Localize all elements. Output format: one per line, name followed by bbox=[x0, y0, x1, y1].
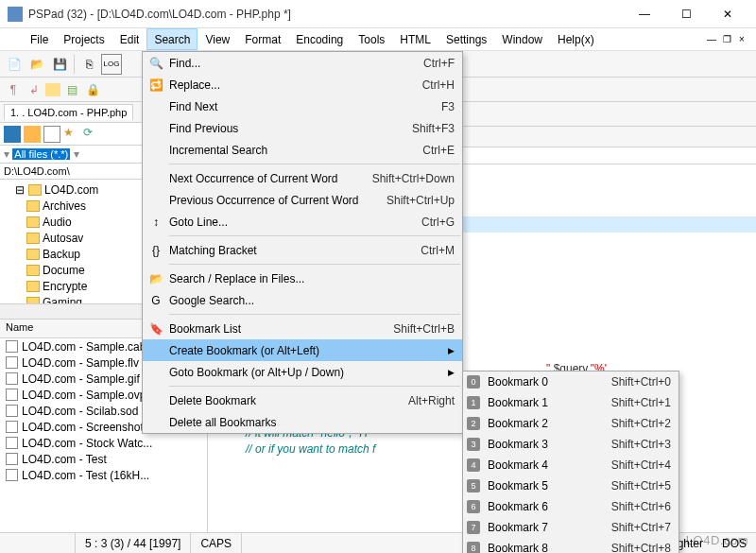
submenu-item[interactable]: 0Bookmark 0Shift+Ctrl+0 bbox=[463, 372, 679, 392]
menu-item[interactable]: Next Occurrence of Current WordShift+Ctr… bbox=[143, 167, 462, 189]
create-bookmark-submenu: 0Bookmark 0Shift+Ctrl+01Bookmark 1Shift+… bbox=[462, 371, 679, 553]
menu-item[interactable]: Incremental SearchCtrl+E bbox=[143, 139, 462, 161]
folder-icon[interactable] bbox=[4, 126, 21, 143]
submenu-item[interactable]: 7Bookmark 7Shift+Ctrl+7 bbox=[463, 517, 679, 538]
menu-item[interactable]: Goto Bookmark (or Alt+Up / Down)▶ bbox=[143, 361, 462, 383]
menu-item[interactable]: Delete all Bookmarks bbox=[143, 411, 462, 433]
list-item: LO4D.com - Test bbox=[0, 451, 207, 467]
menu-item[interactable]: 🔍Find...Ctrl+F bbox=[143, 52, 462, 74]
menu-item[interactable]: ↕Goto Line...Ctrl+G bbox=[143, 211, 462, 233]
doc-minimize-icon[interactable]: — bbox=[705, 33, 718, 46]
open-folder-icon[interactable] bbox=[24, 126, 41, 143]
submenu-item[interactable]: 1Bookmark 1Shift+Ctrl+1 bbox=[463, 392, 679, 413]
search-menu-dropdown: 🔍Find...Ctrl+F🔁Replace...Ctrl+HFind Next… bbox=[142, 51, 463, 434]
menu-encoding[interactable]: Encoding bbox=[288, 28, 351, 50]
menu-item[interactable]: 🔁Replace...Ctrl+H bbox=[143, 74, 462, 95]
menu-settings[interactable]: Settings bbox=[438, 28, 494, 50]
menu-window[interactable]: Window bbox=[494, 28, 550, 50]
wrap-icon[interactable]: ↲ bbox=[25, 80, 43, 99]
status-position: 5 : 3 (3) / 44 [1997] bbox=[76, 533, 191, 553]
menu-item[interactable]: Delete BookmarkAlt+Right bbox=[143, 389, 462, 411]
menu-help[interactable]: Help(x) bbox=[550, 28, 602, 50]
minimize-button[interactable]: — bbox=[624, 0, 665, 28]
menu-item[interactable]: Previous Occurrence of Current WordShift… bbox=[143, 189, 462, 211]
watermark: LO4D.com bbox=[686, 533, 748, 547]
star-icon[interactable]: ★ bbox=[63, 126, 80, 143]
menu-search[interactable]: Search bbox=[146, 28, 198, 50]
menu-view[interactable]: View bbox=[198, 28, 237, 50]
status-caps: CAPS bbox=[191, 533, 242, 553]
menu-item[interactable]: Find NextF3 bbox=[143, 95, 462, 117]
menu-html[interactable]: HTML bbox=[392, 28, 438, 50]
refresh-icon[interactable]: ⟳ bbox=[83, 126, 100, 143]
app-icon bbox=[8, 7, 23, 22]
para-icon[interactable]: ¶ bbox=[4, 80, 23, 99]
menu-format[interactable]: Format bbox=[237, 28, 288, 50]
list-item: LO4D.com - Stock Watc... bbox=[0, 435, 207, 451]
menu-bar: File Projects Edit Search View Format En… bbox=[0, 28, 756, 51]
submenu-item[interactable]: 5Bookmark 5Shift+Ctrl+5 bbox=[463, 475, 679, 496]
menu-item[interactable]: 📂Search / Replace in Files... bbox=[143, 268, 462, 289]
menu-edit[interactable]: Edit bbox=[112, 28, 147, 50]
lock-icon[interactable]: 🔒 bbox=[83, 80, 102, 99]
doc-close-icon[interactable]: × bbox=[735, 33, 748, 46]
maximize-button[interactable]: ☐ bbox=[665, 0, 707, 28]
menu-projects[interactable]: Projects bbox=[56, 28, 112, 50]
close-button[interactable]: ✕ bbox=[707, 0, 748, 28]
highlight-icon[interactable] bbox=[45, 83, 60, 96]
menu-tools[interactable]: Tools bbox=[351, 28, 392, 50]
file-tab[interactable]: 1. . LO4D.com - PHP.php bbox=[4, 104, 133, 120]
save-button[interactable]: 💾 bbox=[49, 54, 70, 75]
doc-icon[interactable] bbox=[43, 126, 60, 143]
title-bar: PSPad (32) - [D:\LO4D.com\LO4D.com - PHP… bbox=[0, 0, 756, 28]
menu-item[interactable]: {}Matching BracketCtrl+M bbox=[143, 239, 462, 261]
submenu-item[interactable]: 4Bookmark 4Shift+Ctrl+4 bbox=[463, 455, 679, 475]
menu-item[interactable]: Find PreviousShift+F3 bbox=[143, 117, 462, 139]
menu-item[interactable]: GGoogle Search... bbox=[143, 289, 462, 311]
menu-file[interactable]: File bbox=[23, 28, 56, 50]
menu-item[interactable]: 🔖Bookmark ListShift+Ctrl+B bbox=[143, 318, 462, 339]
submenu-item[interactable]: 6Bookmark 6Shift+Ctrl+6 bbox=[463, 496, 679, 517]
submenu-item[interactable]: 3Bookmark 3Shift+Ctrl+3 bbox=[463, 434, 679, 455]
block-icon[interactable]: ▤ bbox=[62, 80, 81, 99]
window-title: PSPad (32) - [D:\LO4D.com\LO4D.com - PHP… bbox=[28, 8, 624, 21]
menu-item[interactable]: Create Bookmark (or Alt+Left)▶ bbox=[143, 339, 462, 361]
copy-button[interactable]: ⎘ bbox=[78, 54, 99, 75]
list-item: LO4D.com - Test (16kH... bbox=[0, 467, 207, 483]
doc-restore-icon[interactable]: ❐ bbox=[720, 33, 733, 46]
submenu-item[interactable]: 8Bookmark 8Shift+Ctrl+8 bbox=[463, 538, 679, 553]
open-file-button[interactable]: 📂 bbox=[26, 54, 47, 75]
new-file-button[interactable]: 📄 bbox=[4, 54, 25, 75]
log-button[interactable]: LOG bbox=[101, 54, 122, 75]
submenu-item[interactable]: 2Bookmark 2Shift+Ctrl+2 bbox=[463, 413, 679, 434]
